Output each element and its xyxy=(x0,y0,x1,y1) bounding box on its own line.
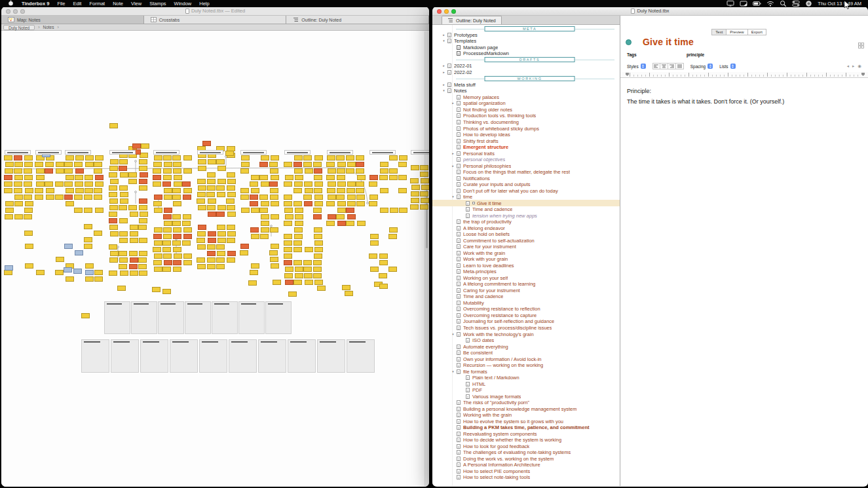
map-note[interactable] xyxy=(153,234,162,239)
map-note[interactable] xyxy=(356,201,365,206)
map-note[interactable] xyxy=(293,188,302,193)
outline-item[interactable]: Notifications xyxy=(432,175,620,181)
map-note[interactable] xyxy=(197,192,206,197)
menu-format[interactable]: Format xyxy=(85,1,109,7)
map-note[interactable] xyxy=(5,265,13,271)
map-note[interactable] xyxy=(317,286,326,291)
map-note[interactable] xyxy=(85,175,93,180)
map-note[interactable] xyxy=(183,234,192,239)
map-note[interactable] xyxy=(172,240,181,246)
disclosure-triangle-icon[interactable]: ▾ xyxy=(441,88,447,94)
map-adornment[interactable] xyxy=(265,301,292,334)
map-note[interactable] xyxy=(153,247,161,252)
map-note[interactable] xyxy=(271,155,279,160)
map-note[interactable] xyxy=(25,201,33,206)
map-note[interactable] xyxy=(198,185,206,191)
map-note[interactable] xyxy=(119,251,127,256)
map-note[interactable] xyxy=(74,162,83,167)
map-note[interactable] xyxy=(337,168,345,174)
map-note[interactable] xyxy=(293,260,302,265)
map-note[interactable] xyxy=(173,162,181,167)
outline-item[interactable]: Commitment to self-actualization xyxy=(432,238,620,244)
map-note[interactable] xyxy=(197,179,206,184)
map-note[interactable] xyxy=(293,201,302,206)
map-note[interactable] xyxy=(152,287,160,292)
map-note[interactable] xyxy=(379,253,388,259)
left-indent-marker[interactable] xyxy=(626,73,629,76)
map-note[interactable] xyxy=(109,244,117,250)
map-column-header[interactable] xyxy=(327,150,353,155)
map-note[interactable] xyxy=(154,240,162,246)
outline-item[interactable]: Work with the grain xyxy=(432,250,620,257)
map-note[interactable] xyxy=(314,168,322,174)
close-button[interactable] xyxy=(437,9,442,14)
map-note[interactable] xyxy=(75,188,84,193)
export-view-button[interactable]: Export xyxy=(748,29,766,35)
map-note[interactable] xyxy=(162,267,171,272)
map-note[interactable] xyxy=(398,175,407,180)
map-note[interactable] xyxy=(198,205,206,210)
map-note[interactable] xyxy=(293,247,302,252)
map-adornment[interactable] xyxy=(185,301,211,334)
map-note[interactable] xyxy=(369,175,378,180)
map-note[interactable] xyxy=(75,155,84,160)
note-badge-icon[interactable] xyxy=(626,39,632,45)
align-center-icon[interactable] xyxy=(660,63,668,69)
map-column-header[interactable] xyxy=(109,150,136,155)
map-column-header[interactable] xyxy=(284,150,311,155)
map-note[interactable] xyxy=(74,195,83,200)
map-note[interactable] xyxy=(261,227,269,233)
map-note[interactable] xyxy=(94,231,102,236)
map-note[interactable] xyxy=(420,191,428,197)
map-note[interactable] xyxy=(327,155,335,160)
map-note[interactable] xyxy=(36,175,45,180)
outline-item[interactable]: Shitty first drafts xyxy=(432,138,620,144)
map-note[interactable] xyxy=(183,227,192,233)
map-note[interactable] xyxy=(130,238,138,243)
map-note[interactable] xyxy=(226,198,235,204)
map-note[interactable] xyxy=(398,162,407,167)
map-note[interactable] xyxy=(269,162,278,167)
map-note[interactable] xyxy=(183,253,192,259)
breadcrumb-container[interactable]: Notes xyxy=(43,25,54,29)
map-note[interactable] xyxy=(336,195,345,200)
map-note[interactable] xyxy=(227,179,236,184)
map-note[interactable] xyxy=(129,264,138,269)
map-note[interactable] xyxy=(109,185,117,191)
map-note[interactable] xyxy=(337,208,346,213)
map-note[interactable] xyxy=(240,168,249,174)
map-note[interactable] xyxy=(207,179,216,184)
map-note[interactable] xyxy=(119,166,127,171)
map-column-header[interactable] xyxy=(411,150,429,155)
styles-dropdown[interactable]: Styles xyxy=(627,64,646,69)
map-note[interactable] xyxy=(94,162,102,167)
right-indent-marker[interactable] xyxy=(861,73,865,76)
map-note[interactable] xyxy=(346,221,354,226)
map-note[interactable] xyxy=(207,185,216,191)
close-button[interactable] xyxy=(6,9,10,14)
map-note[interactable] xyxy=(285,280,293,285)
map-note[interactable] xyxy=(293,240,302,246)
outline-item[interactable]: Not finding older notes xyxy=(432,107,620,113)
outline-item[interactable]: Care for your instrument xyxy=(432,244,620,250)
disclosure-triangle-icon[interactable]: ▾ xyxy=(450,331,456,337)
menu-stamps[interactable]: Stamps xyxy=(145,1,170,7)
map-note[interactable] xyxy=(139,251,147,256)
align-right-icon[interactable] xyxy=(668,63,676,69)
map-note[interactable] xyxy=(370,234,379,239)
map-note[interactable] xyxy=(35,195,43,200)
map-note[interactable] xyxy=(172,188,181,193)
map-note[interactable] xyxy=(24,208,33,213)
map-note[interactable] xyxy=(336,155,345,160)
map-note[interactable] xyxy=(35,162,43,167)
map-note[interactable] xyxy=(313,162,322,167)
outline-item[interactable]: Thinking vs. documenting xyxy=(432,119,620,126)
map-note[interactable] xyxy=(225,151,234,156)
map-note[interactable] xyxy=(164,162,172,167)
map-note[interactable] xyxy=(399,208,407,213)
map-note[interactable] xyxy=(284,221,292,226)
map-note[interactable] xyxy=(303,162,312,167)
zoom-button[interactable] xyxy=(20,9,25,14)
outline-item[interactable]: Overcoming resistance to reflection xyxy=(432,306,620,312)
outline-item[interactable]: Learn to love deadlines xyxy=(432,263,620,269)
